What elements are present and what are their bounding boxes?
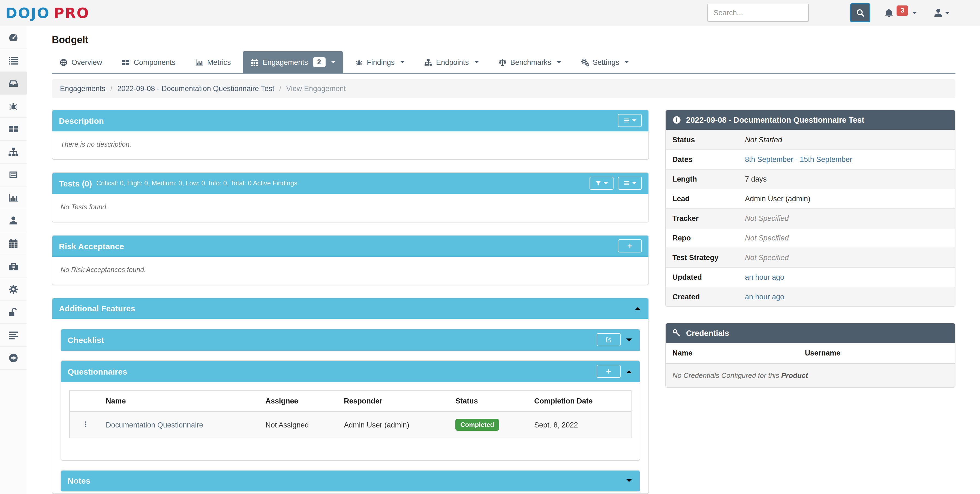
left-column: Description There is no description. [52,110,649,494]
tracker-value: Not Specified [745,214,789,222]
chevron-down-icon [632,119,636,122]
grid-icon [8,124,19,134]
sidebar-item-questionnaires[interactable] [0,255,27,278]
sidebar-item-calendar[interactable] [0,232,27,255]
building-icon [8,261,19,272]
sidebar-item-reports[interactable] [0,164,27,186]
breadcrumb-link-engagements[interactable]: Engagements [60,84,105,93]
sidebar-item-users[interactable] [0,210,27,232]
notification-count-badge: 3 [897,5,908,16]
chevron-down-icon [625,61,629,63]
collapse-chevron-up-icon[interactable] [634,304,642,313]
tests-panel-header: Tests (0) Critical: 0, High: 0, Medium: … [52,173,648,194]
breadcrumb: Engagements / 2022-09-08 - Documentation… [52,79,955,98]
calendar-icon [8,238,19,249]
column-header-status: Status [451,391,530,411]
notifications-menu[interactable]: 3 [884,5,917,20]
credentials-header: Credentials [666,323,955,343]
test-strategy-value: Not Specified [745,254,789,262]
info-row-tracker: Tracker Not Specified [666,208,955,228]
tab-benchmarks[interactable]: Benchmarks [490,51,568,73]
questionnaire-link[interactable]: Documentation Questionnaire [106,421,203,429]
dashboard-icon [8,32,19,43]
add-questionnaire-button[interactable] [597,365,620,378]
empty-risk-text: No Risk Acceptances found. [60,266,146,274]
user-menu[interactable] [933,8,950,18]
app-frame: DOJO PRO 3 [0,0,980,494]
expand-chevron-down-icon[interactable] [625,335,633,344]
document-icon [8,170,19,180]
edit-checklist-button[interactable] [597,333,620,346]
engagement-info-rows: Status Not Started Dates 8th September -… [666,130,955,307]
info-row-dates: Dates 8th September - 15th September [666,149,955,169]
tab-endpoints[interactable]: Endpoints [416,51,486,73]
questionnaires-table-wrap: Name Assignee Responder Status Completio… [69,391,632,438]
tests-filter-button[interactable] [590,177,614,190]
panel-title: Notes [68,476,90,485]
app-logo[interactable]: DOJO PRO [5,5,89,21]
info-row-updated: Updated an hour ago [666,267,955,287]
risk-acceptance-panel-header: Risk Acceptance [52,235,648,257]
panel-title: Additional Features [59,304,135,313]
breadcrumb-link-engagement[interactable]: 2022-09-08 - Documentation Questionnaire… [117,84,274,93]
expand-chevron-down-icon[interactable] [625,477,633,485]
length-value: 7 days [745,175,767,183]
description-panel-header: Description [52,110,648,132]
breadcrumb-separator: / [274,84,286,93]
dates-value[interactable]: 8th September - 15th September [745,156,852,164]
lead-value: Admin User (admin) [745,195,810,203]
engagement-info-header: 2022-09-08 - Documentation Questionnaire… [666,110,955,130]
add-risk-acceptance-button[interactable] [618,239,642,253]
tab-engagements[interactable]: Engagements 2 [243,51,343,73]
description-menu-button[interactable] [618,114,642,127]
sidebar-item-logout[interactable] [0,347,27,370]
chevron-down-icon [474,61,479,63]
tab-label: Settings [592,58,619,66]
panel-title: Questionnaires [68,367,127,376]
checklist-panel: Checklist [60,329,640,351]
key-icon [673,329,681,338]
info-circle-icon [673,116,681,124]
gears-icon [581,58,589,66]
sidebar-item-settings[interactable] [0,278,27,301]
kebab-menu-icon[interactable] [82,420,89,428]
additional-features-body: Checklist Quest [52,319,648,494]
sidebar-item-endpoints[interactable] [0,141,27,164]
tab-settings[interactable]: Settings [573,51,637,73]
sidebar-item-engagements[interactable] [0,72,27,95]
grid-icon [122,58,130,66]
info-row-status: Status Not Started [666,130,955,149]
sign-out-icon [8,353,19,363]
info-row-lead: Lead Admin User (admin) [666,189,955,208]
sidebar-item-list[interactable] [0,49,27,72]
column-header-assignee: Assignee [261,391,340,411]
sidebar-item-findings[interactable] [0,95,27,118]
questionnaire-assignee: Not Assigned [261,411,340,438]
engagement-count-badge: 2 [313,57,325,67]
balance-scale-icon [498,58,506,66]
menu-bars-icon [623,180,630,186]
bell-icon [884,7,895,18]
plus-icon [627,243,633,249]
sidebar-item-dashboard[interactable] [0,26,27,49]
sidebar-item-credentials[interactable] [0,301,27,324]
collapse-chevron-up-icon[interactable] [625,367,633,375]
chevron-down-icon [632,182,636,184]
tab-findings[interactable]: Findings [347,51,412,73]
tab-components[interactable]: Components [114,51,183,73]
tab-overview[interactable]: Overview [52,51,110,73]
menu-bars-icon [623,117,630,124]
tab-label: Metrics [207,58,231,66]
search-icon [856,8,865,17]
search-button[interactable] [851,3,871,22]
search-input[interactable] [708,4,809,22]
status-badge: Completed [455,419,499,431]
panel-title: Tests (0) [59,179,92,188]
tab-metrics[interactable]: Metrics [188,51,239,73]
calendar-icon [251,58,259,66]
tests-menu-button[interactable] [618,177,642,190]
credentials-empty-row: No Credentials Configured for this Produ… [666,364,955,387]
sidebar-item-components[interactable] [0,118,27,141]
sidebar-item-metrics[interactable] [0,186,27,210]
sidebar-item-tools[interactable] [0,324,27,347]
